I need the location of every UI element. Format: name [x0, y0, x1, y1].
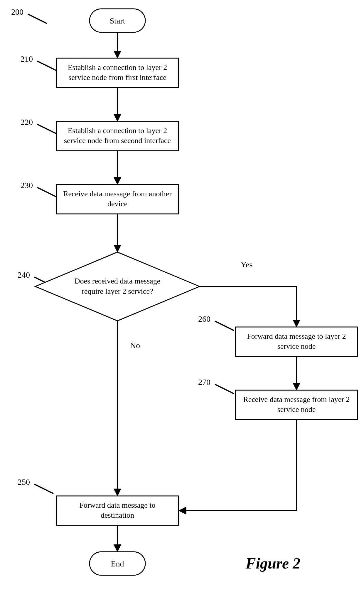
box-250: Forward data message to destination: [56, 496, 178, 525]
end-terminator: End: [90, 552, 145, 575]
ref-210: 210: [21, 54, 56, 71]
svg-text:260: 260: [198, 314, 210, 323]
svg-text:Receive data message from laye: Receive data message from layer 2: [243, 395, 350, 404]
decision-240: Does received data message require layer…: [35, 252, 200, 321]
box-220: Establish a connection to layer 2 servic…: [56, 121, 178, 151]
svg-text:200: 200: [11, 7, 23, 16]
branch-no-label: No: [130, 341, 140, 350]
svg-text:220: 220: [21, 118, 33, 127]
branch-yes-label: Yes: [241, 260, 253, 269]
start-terminator: Start: [90, 9, 145, 32]
svg-rect-27: [56, 496, 178, 525]
svg-text:service node from second inter: service node from second interface: [64, 136, 171, 145]
conn-240-yes-260: [200, 286, 296, 326]
box-210: Establish a connection to layer 2 servic…: [56, 58, 178, 88]
svg-text:Establish a connection to laye: Establish a connection to layer 2: [68, 126, 167, 135]
svg-text:230: 230: [21, 181, 33, 190]
svg-text:service node: service node: [277, 342, 316, 351]
svg-text:destination: destination: [101, 511, 134, 519]
svg-text:270: 270: [198, 378, 210, 387]
box-230: Receive data message from another device: [56, 185, 178, 214]
box-270: Receive data message from layer 2 servic…: [235, 390, 358, 420]
svg-rect-21: [235, 327, 358, 356]
box-260: Forward data message to layer 2 service …: [235, 327, 358, 356]
start-label: Start: [110, 16, 125, 25]
ref-260: 260: [198, 314, 234, 331]
svg-text:210: 210: [21, 54, 33, 63]
svg-text:service node: service node: [277, 405, 316, 414]
svg-text:Forward data message to layer : Forward data message to layer 2: [247, 332, 346, 341]
svg-rect-15: [56, 185, 178, 214]
svg-text:require layer 2 service?: require layer 2 service?: [82, 287, 153, 296]
ref-200: 200: [11, 7, 47, 24]
ref-250: 250: [18, 477, 53, 494]
conn-270-250: [180, 420, 296, 511]
ref-230: 230: [21, 181, 56, 197]
end-label: End: [111, 559, 124, 568]
ref-270: 270: [198, 378, 234, 394]
svg-text:Establish a connection to laye: Establish a connection to layer 2: [68, 63, 167, 72]
svg-marker-18: [35, 252, 200, 321]
svg-text:250: 250: [18, 477, 30, 487]
ref-220: 220: [21, 118, 56, 134]
svg-text:Does received data message: Does received data message: [75, 277, 160, 285]
svg-text:Forward data message to: Forward data message to: [79, 501, 155, 509]
svg-text:240: 240: [18, 270, 30, 279]
figure-label: Figure 2: [245, 555, 300, 572]
svg-rect-12: [56, 121, 178, 151]
svg-text:device: device: [107, 199, 127, 208]
svg-text:service node from first interf: service node from first interface: [68, 73, 166, 82]
svg-rect-9: [56, 58, 178, 88]
svg-text:Receive data message from anot: Receive data message from another: [63, 190, 172, 198]
svg-rect-24: [235, 390, 358, 420]
